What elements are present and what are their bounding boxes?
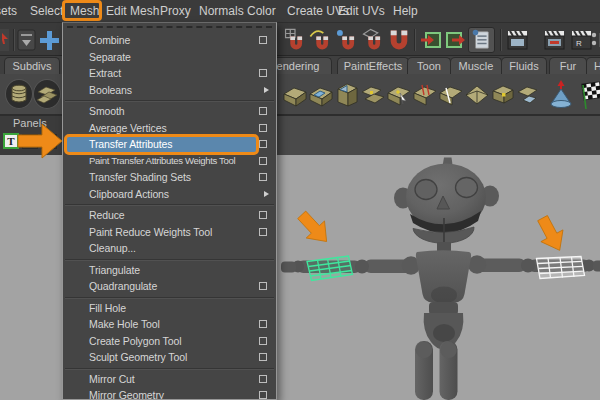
menu-item-label: Triangulate — [89, 264, 140, 276]
checker-flag-icon[interactable] — [578, 79, 600, 111]
poly-edge-icon[interactable] — [438, 79, 464, 111]
menubar-item-help[interactable]: Help — [393, 0, 418, 22]
menu-item-create-polygon-tool[interactable]: Create Polygon Tool — [63, 333, 276, 350]
poly-uv-icon[interactable] — [308, 79, 334, 111]
poly-planes-icon[interactable] — [282, 79, 308, 111]
menu-item-sculpt-geometry-tool[interactable]: Sculpt Geometry Tool — [63, 349, 276, 366]
ipr-clapper-icon[interactable] — [543, 27, 567, 53]
menu-item-transfer-shading-sets[interactable]: Transfer Shading Sets — [63, 169, 276, 186]
tab-hair[interactable]: Hair — [586, 57, 600, 74]
option-box-icon[interactable] — [259, 353, 267, 361]
input-connections-icon[interactable] — [421, 27, 443, 53]
subdiv-barrel-icon[interactable] — [5, 79, 33, 109]
add-plus-icon[interactable] — [39, 27, 59, 53]
option-box-icon[interactable] — [259, 124, 267, 132]
poly-corner-icon[interactable] — [490, 79, 516, 111]
menubar-item-edit-mesh[interactable]: Edit Mesh — [106, 0, 159, 22]
option-box-icon[interactable] — [259, 69, 267, 77]
menu-item-label: Booleans — [89, 84, 132, 96]
menu-item-transfer-attributes[interactable]: Transfer Attributes — [63, 136, 276, 153]
option-box-icon[interactable] — [259, 228, 267, 236]
menu-item-clipboard-actions[interactable]: Clipboard Actions — [63, 186, 276, 203]
render-dots-icon[interactable] — [590, 27, 600, 53]
subdiv-planes-icon[interactable] — [33, 79, 61, 109]
menu-item-fill-hole[interactable]: Fill Hole — [63, 300, 276, 317]
poly-extract-icon[interactable] — [360, 79, 386, 111]
menu-item-label: Sculpt Geometry Tool — [89, 351, 187, 363]
snap-curve-magnet-icon[interactable] — [309, 27, 333, 53]
menu-item-smooth[interactable]: Smooth — [63, 103, 276, 120]
snap-plane-magnet-icon[interactable] — [361, 27, 385, 53]
tab-muscle[interactable]: Muscle — [450, 57, 502, 74]
menubar-item-edit-uvs[interactable]: Edit UVs — [338, 0, 385, 22]
poly-vertex-icon[interactable] — [386, 79, 412, 111]
menu-item-booleans[interactable]: Booleans — [63, 82, 276, 99]
snap-magnet-icon[interactable] — [387, 27, 411, 53]
svg-text:R: R — [576, 39, 582, 48]
poly-cube-icon[interactable] — [334, 79, 360, 111]
option-box-icon[interactable] — [259, 211, 267, 219]
menu-item-label: Reduce — [89, 209, 125, 221]
output-connections-icon[interactable] — [444, 27, 466, 53]
option-box-icon[interactable] — [259, 107, 267, 115]
right-hand-wireframe-white[interactable] — [537, 257, 585, 279]
menu-item-make-hole-tool[interactable]: Make Hole Tool — [63, 316, 276, 333]
maya-window: Assets Select Mesh Edit Mesh Proxy Norma… — [0, 0, 600, 400]
menubar-item-normals[interactable]: Normals — [199, 0, 244, 22]
menu-item-triangulate[interactable]: Triangulate — [63, 262, 276, 279]
tab-fur[interactable]: Fur — [549, 57, 587, 74]
tab-toon[interactable]: Toon — [407, 57, 451, 74]
tab-subdivs[interactable]: Subdivs — [4, 57, 60, 74]
menubar-item-mesh[interactable]: Mesh — [70, 0, 99, 22]
snap-point-magnet-icon[interactable] — [335, 27, 359, 53]
poly-split-icon[interactable] — [412, 79, 438, 111]
robot-eye-left — [415, 180, 437, 200]
menu-item-extract[interactable]: Extract — [63, 65, 276, 82]
option-box-icon[interactable] — [259, 391, 267, 399]
menu-item-label: Paint Transfer Attributes Weights Tool — [89, 155, 235, 166]
submenu-arrow-icon — [264, 191, 269, 197]
menubar-item-color[interactable]: Color — [247, 0, 276, 22]
menu-item-paint-transfer-attributes-weights-tool[interactable]: Paint Transfer Attributes Weights Tool — [63, 153, 276, 170]
channel-box-icon[interactable] — [468, 27, 495, 53]
snap-grid-magnet-icon[interactable] — [283, 27, 307, 53]
menu-item-label: Create Polygon Tool — [89, 335, 181, 347]
menubar-item-proxy[interactable]: Proxy — [160, 0, 191, 22]
menu-item-separate[interactable]: Separate — [63, 49, 276, 66]
option-box-icon[interactable] — [259, 320, 267, 328]
menu-item-label: Combine — [89, 34, 130, 46]
history-dropdown-icon[interactable] — [17, 27, 36, 53]
option-box-icon[interactable] — [259, 157, 267, 165]
menu-item-mirror-geometry[interactable]: Mirror Geometry — [63, 387, 276, 400]
option-box-icon[interactable] — [259, 36, 267, 44]
menubar-item-assets[interactable]: Assets — [0, 0, 17, 22]
menu-item-label: Transfer Shading Sets — [89, 171, 191, 183]
menu-item-label: Mirror Cut — [89, 373, 135, 385]
menu-item-label: Clipboard Actions — [89, 188, 169, 200]
menubar-item-select[interactable]: Select — [30, 0, 63, 22]
menu-item-label: Mirror Geometry — [89, 389, 164, 400]
sculpt-cone-icon[interactable] — [548, 79, 574, 111]
menu-item-combine[interactable]: Combine — [63, 32, 276, 49]
menu-item-paint-reduce-weights-tool[interactable]: Paint Reduce Weights Tool — [63, 224, 276, 241]
option-box-icon[interactable] — [259, 375, 267, 383]
selection-cursor-icon[interactable] — [0, 27, 10, 53]
menu-tearoff-handle[interactable] — [63, 23, 276, 32]
tab-fluids[interactable]: Fluids — [501, 57, 547, 74]
menu-item-label: Average Vertices — [89, 122, 167, 134]
menu-item-quadrangulate[interactable]: Quadrangulate — [63, 278, 276, 295]
menu-item-mirror-cut[interactable]: Mirror Cut — [63, 371, 276, 388]
menu-item-label: Quadrangulate — [89, 280, 157, 292]
render-clapper-icon[interactable] — [506, 27, 530, 53]
tab-painteffects[interactable]: PaintEffects — [337, 57, 409, 74]
option-box-icon[interactable] — [259, 173, 267, 181]
option-box-icon[interactable] — [259, 337, 267, 345]
menu-item-reduce[interactable]: Reduce — [63, 207, 276, 224]
menu-item-cleanup[interactable]: Cleanup... — [63, 240, 276, 257]
option-box-icon[interactable] — [259, 282, 267, 290]
menu-item-label: Fill Hole — [89, 302, 126, 314]
poly-face-icon[interactable] — [516, 79, 542, 111]
poly-fold-icon[interactable] — [464, 79, 490, 111]
menu-item-label: Smooth — [89, 105, 125, 117]
option-box-icon[interactable] — [259, 140, 267, 148]
